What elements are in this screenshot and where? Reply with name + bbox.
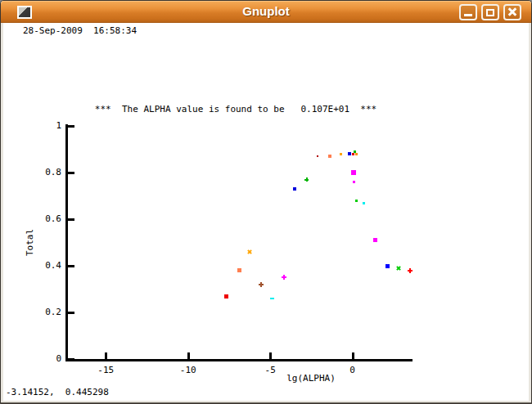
y-tick [68, 358, 74, 361]
mouse-coordinates-readout: -3.14152, 0.445298 [6, 387, 109, 397]
x-tick-label: -15 [89, 365, 122, 375]
y-tick-label: 0.2 [29, 307, 61, 317]
window-controls [459, 4, 521, 20]
data-point-mark [270, 298, 274, 299]
gnuplot-window: Gnuplot 28-Sep-2009 16:58:34 *** The ALP… [0, 0, 532, 404]
data-point [395, 265, 402, 272]
y-tick-label: 0.6 [29, 213, 61, 224]
data-point-mark [409, 268, 411, 273]
x-tick-label: -5 [254, 365, 286, 375]
y-tick [68, 312, 74, 314]
data-point [373, 238, 377, 242]
data-point-mark [260, 282, 262, 287]
plot-canvas[interactable]: 28-Sep-2009 16:58:34 *** The ALPHA value… [3, 23, 529, 401]
data-point [340, 153, 342, 155]
data-point [328, 155, 331, 158]
x-tick [269, 352, 272, 359]
x-tick-label: -10 [172, 365, 205, 375]
data-point [224, 294, 228, 299]
data-point [353, 181, 355, 183]
y-tick [68, 218, 74, 221]
data-point [352, 153, 354, 155]
minimize-icon [464, 14, 472, 16]
title-bar[interactable]: Gnuplot [1, 1, 531, 23]
maximize-icon [486, 9, 494, 16]
data-point [259, 282, 264, 287]
y-tick-label: 1 [29, 120, 61, 131]
data-point [408, 268, 413, 273]
maximize-button[interactable] [481, 4, 499, 20]
data-point [355, 200, 358, 202]
y-tick-label: 0.8 [29, 167, 61, 177]
x-axis-line [65, 359, 413, 361]
data-point [348, 152, 351, 155]
data-point [317, 155, 318, 157]
y-axis-label: Total [25, 194, 35, 292]
data-point [355, 153, 358, 155]
x-tick [352, 352, 354, 359]
y-tick [68, 265, 74, 267]
data-point [246, 249, 253, 255]
x-tick [105, 352, 107, 359]
data-point [363, 202, 365, 204]
data-point [293, 187, 296, 191]
y-tick-label: 0 [29, 353, 61, 364]
minimize-button[interactable] [459, 4, 477, 20]
data-point [385, 264, 390, 268]
gnuplot-app-icon [19, 7, 30, 17]
x-axis-label: lg(ALPHA) [286, 373, 336, 384]
y-tick [68, 125, 74, 128]
window-menu-icon[interactable] [17, 6, 32, 19]
data-point [351, 170, 356, 175]
data-point [304, 177, 309, 182]
data-point [282, 275, 286, 280]
close-button[interactable] [503, 4, 521, 20]
data-point-mark [306, 177, 308, 182]
window-title: Gnuplot [242, 4, 289, 18]
data-point [270, 296, 274, 300]
data-point [237, 268, 241, 272]
y-tick-label: 0.4 [29, 260, 61, 271]
y-axis-line [65, 124, 68, 361]
x-tick-label: 0 [336, 365, 369, 375]
timestamp-label: 28-Sep-2009 16:58:34 [23, 25, 137, 36]
data-point-mark [283, 275, 285, 280]
x-tick [187, 352, 190, 359]
window-frame [1, 401, 531, 403]
y-tick [68, 172, 74, 174]
plot-title: *** The ALPHA value is found to be 0.107… [95, 104, 376, 114]
